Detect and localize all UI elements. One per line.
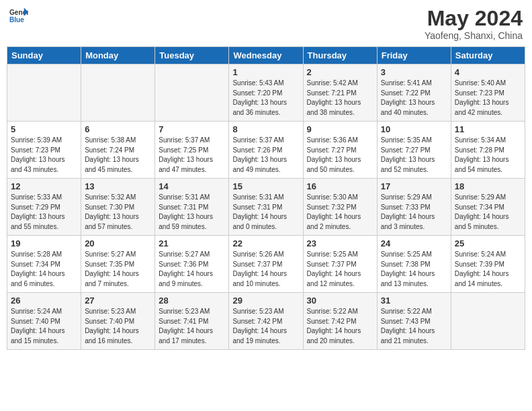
table-row: 15Sunrise: 5:31 AM Sunset: 7:31 PM Dayli… xyxy=(229,179,303,236)
day-number: 9 xyxy=(307,124,373,134)
day-number: 13 xyxy=(85,181,151,191)
table-row: 30Sunrise: 5:22 AM Sunset: 7:42 PM Dayli… xyxy=(303,293,377,350)
day-number: 16 xyxy=(307,181,373,191)
day-number: 20 xyxy=(85,238,151,248)
page-header: General Blue May 2024 Yaofeng, Shanxi, C… xyxy=(7,7,525,41)
day-info: Sunrise: 5:34 AM Sunset: 7:28 PM Dayligh… xyxy=(455,136,521,175)
table-row: 11Sunrise: 5:34 AM Sunset: 7:28 PM Dayli… xyxy=(451,122,525,179)
day-info: Sunrise: 5:43 AM Sunset: 7:20 PM Dayligh… xyxy=(232,79,299,118)
calendar-week-row: 5Sunrise: 5:39 AM Sunset: 7:23 PM Daylig… xyxy=(7,122,525,179)
day-number: 19 xyxy=(11,238,77,248)
col-monday: Monday xyxy=(81,47,155,64)
day-info: Sunrise: 5:25 AM Sunset: 7:38 PM Dayligh… xyxy=(381,250,447,289)
day-number: 30 xyxy=(307,295,373,306)
title-block: May 2024 Yaofeng, Shanxi, China xyxy=(425,7,523,41)
day-info: Sunrise: 5:33 AM Sunset: 7:29 PM Dayligh… xyxy=(11,193,77,232)
table-row: 10Sunrise: 5:35 AM Sunset: 7:27 PM Dayli… xyxy=(377,122,451,179)
day-info: Sunrise: 5:30 AM Sunset: 7:32 PM Dayligh… xyxy=(307,193,373,232)
day-number: 31 xyxy=(381,295,447,306)
day-info: Sunrise: 5:23 AM Sunset: 7:41 PM Dayligh… xyxy=(159,307,225,346)
col-friday: Friday xyxy=(377,47,451,64)
table-row: 14Sunrise: 5:31 AM Sunset: 7:31 PM Dayli… xyxy=(155,179,229,236)
table-row xyxy=(451,293,525,350)
table-row: 19Sunrise: 5:28 AM Sunset: 7:34 PM Dayli… xyxy=(7,236,81,293)
day-number: 17 xyxy=(381,181,447,191)
col-wednesday: Wednesday xyxy=(229,47,303,64)
day-info: Sunrise: 5:27 AM Sunset: 7:35 PM Dayligh… xyxy=(85,250,151,289)
table-row: 5Sunrise: 5:39 AM Sunset: 7:23 PM Daylig… xyxy=(7,122,81,179)
table-row: 24Sunrise: 5:25 AM Sunset: 7:38 PM Dayli… xyxy=(377,236,451,293)
day-number: 3 xyxy=(381,67,447,77)
table-row: 23Sunrise: 5:25 AM Sunset: 7:37 PM Dayli… xyxy=(303,236,377,293)
table-row: 13Sunrise: 5:32 AM Sunset: 7:30 PM Dayli… xyxy=(81,179,155,236)
table-row: 17Sunrise: 5:29 AM Sunset: 7:33 PM Dayli… xyxy=(377,179,451,236)
col-saturday: Saturday xyxy=(451,47,525,64)
day-info: Sunrise: 5:42 AM Sunset: 7:21 PM Dayligh… xyxy=(307,79,373,118)
day-number: 10 xyxy=(381,124,447,134)
table-row: 31Sunrise: 5:22 AM Sunset: 7:43 PM Dayli… xyxy=(377,293,451,350)
table-row: 22Sunrise: 5:26 AM Sunset: 7:37 PM Dayli… xyxy=(229,236,303,293)
day-info: Sunrise: 5:36 AM Sunset: 7:27 PM Dayligh… xyxy=(307,136,373,175)
day-number: 7 xyxy=(159,124,225,134)
day-number: 26 xyxy=(11,295,77,306)
day-number: 18 xyxy=(455,181,521,191)
calendar-week-row: 12Sunrise: 5:33 AM Sunset: 7:29 PM Dayli… xyxy=(7,179,525,236)
table-row: 16Sunrise: 5:30 AM Sunset: 7:32 PM Dayli… xyxy=(303,179,377,236)
day-info: Sunrise: 5:38 AM Sunset: 7:24 PM Dayligh… xyxy=(85,136,151,175)
table-row: 29Sunrise: 5:23 AM Sunset: 7:42 PM Dayli… xyxy=(229,293,303,350)
table-row: 28Sunrise: 5:23 AM Sunset: 7:41 PM Dayli… xyxy=(155,293,229,350)
table-row: 3Sunrise: 5:41 AM Sunset: 7:22 PM Daylig… xyxy=(377,64,451,122)
table-row xyxy=(81,64,155,122)
day-number: 28 xyxy=(159,295,225,306)
calendar-week-row: 1Sunrise: 5:43 AM Sunset: 7:20 PM Daylig… xyxy=(7,64,525,122)
day-number: 8 xyxy=(232,124,299,134)
day-info: Sunrise: 5:22 AM Sunset: 7:43 PM Dayligh… xyxy=(381,307,447,346)
day-info: Sunrise: 5:25 AM Sunset: 7:37 PM Dayligh… xyxy=(307,250,373,289)
day-number: 29 xyxy=(232,295,299,306)
logo: General Blue xyxy=(9,7,28,26)
day-number: 25 xyxy=(455,238,521,248)
table-row: 2Sunrise: 5:42 AM Sunset: 7:21 PM Daylig… xyxy=(303,64,377,122)
day-info: Sunrise: 5:37 AM Sunset: 7:25 PM Dayligh… xyxy=(159,136,225,175)
col-tuesday: Tuesday xyxy=(155,47,229,64)
day-number: 11 xyxy=(455,124,521,134)
day-number: 24 xyxy=(381,238,447,248)
logo-icon: General Blue xyxy=(9,7,28,26)
day-number: 1 xyxy=(232,67,299,77)
col-sunday: Sunday xyxy=(7,47,81,64)
day-info: Sunrise: 5:29 AM Sunset: 7:34 PM Dayligh… xyxy=(455,193,521,232)
day-info: Sunrise: 5:35 AM Sunset: 7:27 PM Dayligh… xyxy=(381,136,447,175)
table-row: 12Sunrise: 5:33 AM Sunset: 7:29 PM Dayli… xyxy=(7,179,81,236)
day-info: Sunrise: 5:27 AM Sunset: 7:36 PM Dayligh… xyxy=(159,250,225,289)
table-row: 27Sunrise: 5:23 AM Sunset: 7:40 PM Dayli… xyxy=(81,293,155,350)
day-info: Sunrise: 5:39 AM Sunset: 7:23 PM Dayligh… xyxy=(11,136,77,175)
day-info: Sunrise: 5:28 AM Sunset: 7:34 PM Dayligh… xyxy=(11,250,77,289)
table-row: 9Sunrise: 5:36 AM Sunset: 7:27 PM Daylig… xyxy=(303,122,377,179)
day-number: 14 xyxy=(159,181,225,191)
day-info: Sunrise: 5:40 AM Sunset: 7:23 PM Dayligh… xyxy=(455,79,521,118)
table-row xyxy=(7,64,81,122)
table-row: 21Sunrise: 5:27 AM Sunset: 7:36 PM Dayli… xyxy=(155,236,229,293)
table-row: 1Sunrise: 5:43 AM Sunset: 7:20 PM Daylig… xyxy=(229,64,303,122)
day-info: Sunrise: 5:29 AM Sunset: 7:33 PM Dayligh… xyxy=(381,193,447,232)
calendar-week-row: 26Sunrise: 5:24 AM Sunset: 7:40 PM Dayli… xyxy=(7,293,525,350)
table-row: 20Sunrise: 5:27 AM Sunset: 7:35 PM Dayli… xyxy=(81,236,155,293)
day-info: Sunrise: 5:24 AM Sunset: 7:39 PM Dayligh… xyxy=(455,250,521,289)
table-row: 8Sunrise: 5:37 AM Sunset: 7:26 PM Daylig… xyxy=(229,122,303,179)
table-row: 25Sunrise: 5:24 AM Sunset: 7:39 PM Dayli… xyxy=(451,236,525,293)
calendar-table: Sunday Monday Tuesday Wednesday Thursday… xyxy=(7,46,525,350)
table-row: 7Sunrise: 5:37 AM Sunset: 7:25 PM Daylig… xyxy=(155,122,229,179)
day-number: 2 xyxy=(307,67,373,77)
day-info: Sunrise: 5:31 AM Sunset: 7:31 PM Dayligh… xyxy=(232,193,299,232)
day-info: Sunrise: 5:22 AM Sunset: 7:42 PM Dayligh… xyxy=(307,307,373,346)
day-info: Sunrise: 5:23 AM Sunset: 7:42 PM Dayligh… xyxy=(232,307,299,346)
location-subtitle: Yaofeng, Shanxi, China xyxy=(425,30,523,41)
calendar-week-row: 19Sunrise: 5:28 AM Sunset: 7:34 PM Dayli… xyxy=(7,236,525,293)
table-row: 4Sunrise: 5:40 AM Sunset: 7:23 PM Daylig… xyxy=(451,64,525,122)
day-number: 6 xyxy=(85,124,151,134)
table-row xyxy=(155,64,229,122)
col-thursday: Thursday xyxy=(303,47,377,64)
day-number: 23 xyxy=(307,238,373,248)
table-row: 18Sunrise: 5:29 AM Sunset: 7:34 PM Dayli… xyxy=(451,179,525,236)
day-info: Sunrise: 5:26 AM Sunset: 7:37 PM Dayligh… xyxy=(232,250,299,289)
